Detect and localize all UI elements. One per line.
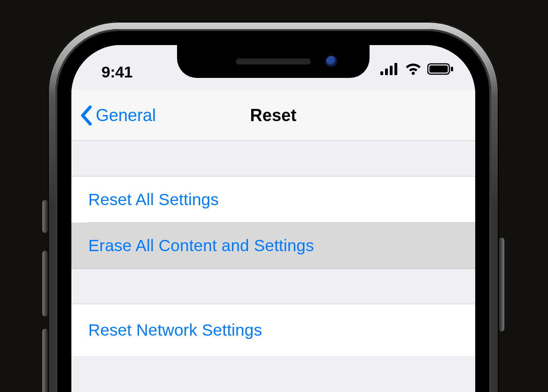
front-camera — [325, 55, 338, 68]
svg-rect-6 — [451, 67, 453, 71]
side-button[interactable] — [499, 238, 504, 331]
volume-up-button[interactable] — [42, 251, 48, 316]
nav-title: Reset — [250, 106, 296, 125]
back-button-label: General — [96, 106, 156, 125]
cell-label: Reset Network Settings — [88, 321, 262, 339]
phone-frame: 9:41 — [48, 22, 499, 392]
volume-down-button[interactable] — [42, 329, 48, 392]
reset-all-settings-cell[interactable]: Reset All Settings — [71, 177, 475, 223]
erase-all-content-cell[interactable]: Erase All Content and Settings — [71, 223, 475, 269]
mute-switch[interactable] — [42, 200, 48, 233]
svg-rect-5 — [430, 66, 448, 73]
battery-icon — [427, 63, 454, 75]
cell-label: Erase All Content and Settings — [88, 236, 314, 255]
chevron-left-icon — [80, 105, 94, 126]
cellular-signal-icon — [380, 63, 399, 75]
group-header-spacer — [71, 269, 475, 304]
svg-rect-0 — [380, 71, 383, 75]
reset-network-settings-cell[interactable]: Reset Network Settings — [71, 304, 475, 356]
wifi-icon — [405, 63, 422, 75]
back-button[interactable]: General — [80, 90, 156, 140]
svg-rect-2 — [390, 66, 393, 75]
status-indicators — [380, 63, 454, 75]
status-time: 9:41 — [101, 63, 132, 81]
group-header-spacer — [71, 141, 475, 177]
svg-rect-3 — [394, 63, 397, 75]
cell-label: Reset All Settings — [88, 190, 219, 209]
earpiece-speaker — [236, 58, 311, 65]
navigation-bar: General Reset — [71, 90, 475, 141]
svg-rect-1 — [385, 69, 388, 75]
notch — [177, 45, 370, 78]
phone-bezel: 9:41 — [55, 29, 491, 392]
screen: 9:41 — [71, 45, 475, 392]
